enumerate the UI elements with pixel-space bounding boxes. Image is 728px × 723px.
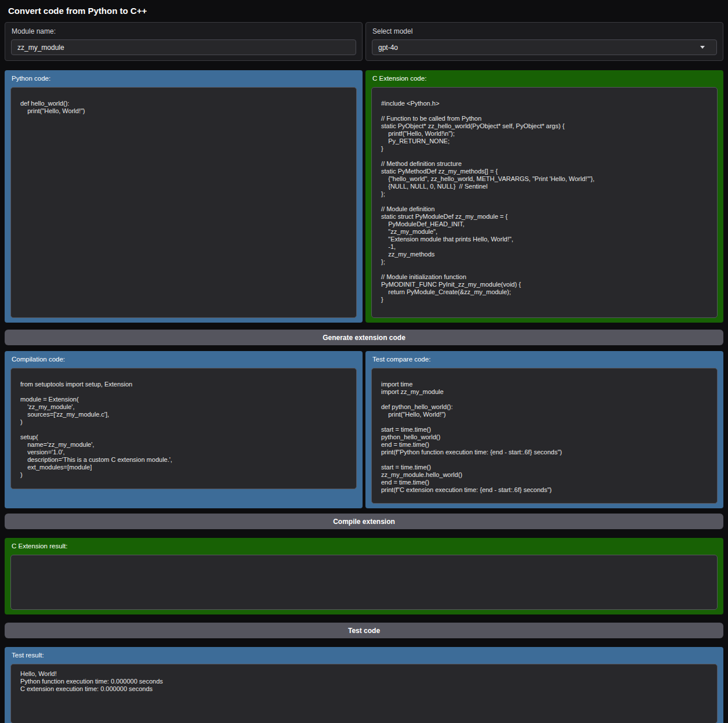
code-row: Python code: def hello_world(): print("H… [5,70,723,323]
module-name-group: Module name: [5,22,363,61]
model-select-dropdown[interactable]: gpt-4o [372,39,717,55]
module-name-input[interactable] [11,39,356,55]
c-extension-result-label: C Extension result: [12,543,718,550]
c-extension-code-textarea[interactable]: #include <Python.h> // Function to be ca… [371,87,718,318]
compile-test-row: Compilation code: from setuptools import… [5,351,723,508]
chevron-down-icon [700,46,705,49]
compile-extension-button[interactable]: Compile extension [5,514,723,529]
c-extension-result-textarea[interactable] [10,555,718,610]
model-select-group: Select model gpt-4o [365,22,723,61]
python-code-panel: Python code: def hello_world(): print("H… [5,70,363,323]
test-code-button[interactable]: Test code [5,623,723,638]
python-code-textarea[interactable]: def hello_world(): print("Hello, World!"… [10,87,357,318]
generate-extension-code-button[interactable]: Generate extension code [5,330,723,345]
c-extension-result-panel: C Extension result: [5,538,723,614]
test-compare-code-label: Test compare code: [372,356,718,363]
app-root: Convert code from Python to C++ Module n… [0,0,728,723]
test-result-textarea[interactable]: Hello, World! Python function execution … [10,664,718,723]
compilation-code-panel: Compilation code: from setuptools import… [5,351,363,508]
model-select-value: gpt-4o [378,44,398,52]
test-compare-code-textarea[interactable]: import time import zz_my_module def pyth… [371,368,718,504]
c-extension-code-label: C Extension code: [372,75,718,82]
c-extension-code-panel: C Extension code: #include <Python.h> //… [365,70,723,323]
test-compare-code-panel: Test compare code: import time import zz… [365,351,723,508]
test-result-label: Test result: [12,652,718,659]
compilation-code-label: Compilation code: [12,356,357,363]
form-row: Module name: Select model gpt-4o [5,22,723,61]
python-code-label: Python code: [12,75,357,82]
module-name-label: Module name: [12,27,356,35]
test-result-panel: Test result: Hello, World! Python functi… [5,647,723,723]
compilation-code-textarea[interactable]: from setuptools import setup, Extension … [10,368,357,489]
page-title: Convert code from Python to C++ [5,0,723,22]
model-select-label: Select model [372,27,717,35]
